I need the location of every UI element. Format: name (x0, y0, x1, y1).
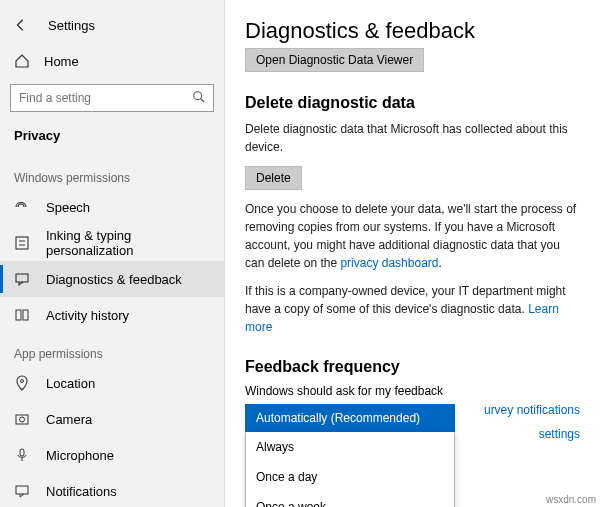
group-windows-permissions: Windows permissions (0, 157, 224, 189)
activity-icon (14, 307, 30, 323)
inking-icon (14, 235, 30, 251)
sidebar-item-label: Inking & typing personalization (46, 228, 210, 258)
svg-rect-2 (16, 237, 28, 249)
open-diagnostic-viewer-button[interactable]: Open Diagnostic Data Viewer (245, 48, 424, 72)
camera-icon (14, 411, 30, 427)
sidebar-item-label: Camera (46, 412, 92, 427)
svg-rect-12 (16, 486, 28, 494)
sidebar-item-camera[interactable]: Camera (0, 401, 224, 437)
sidebar-item-label: Diagnostics & feedback (46, 272, 182, 287)
dropdown-option[interactable]: Once a day (246, 462, 454, 492)
home-nav[interactable]: Home (0, 44, 224, 78)
svg-rect-7 (23, 310, 28, 320)
sidebar-item-label: Notifications (46, 484, 117, 499)
sidebar-item-label: Speech (46, 200, 90, 215)
app-title: Settings (48, 18, 95, 33)
survey-notifications-link[interactable]: urvey notifications (484, 403, 580, 417)
dropdown-option[interactable]: Once a week (246, 492, 454, 507)
notifications-icon (14, 483, 30, 499)
peek-links: urvey notifications settings (484, 398, 580, 446)
sidebar-item-diagnostics[interactable]: Diagnostics & feedback (0, 261, 224, 297)
main-content: Diagnostics & feedback Open Diagnostic D… (225, 0, 600, 507)
sidebar-item-label: Location (46, 376, 95, 391)
svg-point-10 (20, 417, 25, 422)
para-text: If this is a company-owned device, your … (245, 284, 566, 316)
dropdown-menu: Always Once a day Once a week Never (245, 432, 455, 507)
search-icon (192, 90, 206, 104)
sidebar-item-location[interactable]: Location (0, 365, 224, 401)
privacy-dashboard-link[interactable]: privacy dashboard (340, 256, 438, 270)
delete-heading: Delete diagnostic data (245, 94, 580, 112)
svg-rect-11 (20, 449, 24, 456)
feedback-icon (14, 271, 30, 287)
sidebar-item-speech[interactable]: Speech (0, 189, 224, 225)
svg-line-1 (201, 99, 205, 103)
company-device-para: If this is a company-owned device, your … (245, 282, 580, 336)
para-text: . (438, 256, 441, 270)
search-box[interactable] (10, 84, 214, 112)
svg-rect-6 (16, 310, 21, 320)
svg-point-0 (194, 92, 202, 100)
group-app-permissions: App permissions (0, 333, 224, 365)
dropdown-option[interactable]: Always (246, 432, 454, 462)
svg-rect-5 (16, 274, 28, 282)
feedback-heading: Feedback frequency (245, 358, 580, 376)
sidebar-item-label: Activity history (46, 308, 129, 323)
sidebar-item-notifications[interactable]: Notifications (0, 473, 224, 507)
settings-link[interactable]: settings (539, 427, 580, 441)
svg-point-8 (21, 380, 24, 383)
sidebar-item-activity[interactable]: Activity history (0, 297, 224, 333)
attribution: wsxdn.com (546, 494, 596, 505)
page-title: Diagnostics & feedback (245, 18, 580, 44)
microphone-icon (14, 447, 30, 463)
delete-button[interactable]: Delete (245, 166, 302, 190)
location-icon (14, 375, 30, 391)
speech-icon (14, 199, 30, 215)
delete-explain-para: Once you choose to delete your data, we'… (245, 200, 580, 272)
sidebar-item-microphone[interactable]: Microphone (0, 437, 224, 473)
sidebar: Settings Home Privacy Windows permission… (0, 0, 225, 507)
search-input[interactable] (10, 84, 214, 112)
sidebar-item-inking[interactable]: Inking & typing personalization (0, 225, 224, 261)
title-bar: Settings (0, 8, 224, 42)
feedback-frequency-dropdown[interactable]: Automatically (Recommended) Always Once … (245, 404, 455, 432)
sidebar-item-label: Microphone (46, 448, 114, 463)
dropdown-selected[interactable]: Automatically (Recommended) (245, 404, 455, 432)
home-label: Home (44, 54, 79, 69)
svg-rect-9 (16, 415, 28, 424)
back-icon[interactable] (14, 18, 28, 32)
feedback-field-label: Windows should ask for my feedback (245, 384, 580, 398)
home-icon (14, 53, 30, 69)
delete-description: Delete diagnostic data that Microsoft ha… (245, 120, 580, 156)
current-category: Privacy (0, 122, 224, 157)
